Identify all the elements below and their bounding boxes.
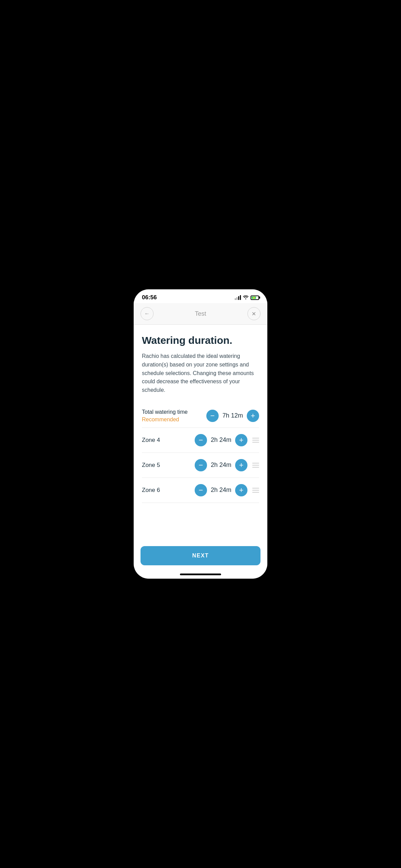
total-minus-button[interactable]: − (206, 410, 219, 422)
next-btn-container: NEXT (134, 541, 267, 574)
next-button[interactable]: NEXT (141, 546, 260, 565)
zone-6-minus-button[interactable]: − (195, 484, 207, 496)
minus-icon: − (199, 436, 203, 444)
zone-4-plus-button[interactable]: + (235, 434, 247, 446)
plus-icon: + (239, 486, 244, 494)
drag-line (252, 463, 259, 463)
drag-line (252, 440, 259, 441)
recommended-badge: Recommended (142, 417, 187, 423)
battery-icon: ⚡ (251, 296, 259, 300)
drag-line (252, 467, 259, 468)
zone-4-minus-button[interactable]: − (195, 434, 207, 446)
total-watering-row: Total watering time Recommended − 7h 12m… (142, 404, 259, 428)
status-icons: ⚡ (235, 295, 259, 300)
zone-5-label: Zone 5 (142, 462, 160, 469)
plus-icon: + (251, 412, 255, 420)
zone-6-label: Zone 6 (142, 487, 160, 494)
zone-6-drag-handle[interactable] (252, 488, 259, 493)
back-button[interactable]: ← (141, 307, 154, 320)
minus-icon: − (210, 412, 215, 420)
content-area: Watering duration. Rachio has calculated… (134, 325, 267, 541)
minus-icon: − (199, 486, 203, 494)
zone-row-6: Zone 6 − 2h 24m + (142, 478, 259, 503)
zone-5-drag-handle[interactable] (252, 463, 259, 468)
signal-icon (235, 295, 241, 300)
total-duration: 7h 12m (222, 412, 243, 419)
total-plus-button[interactable]: + (247, 410, 259, 422)
zone-4-drag-handle[interactable] (252, 438, 259, 443)
zone-4-duration: 2h 24m (210, 436, 232, 444)
nav-title: Test (195, 310, 206, 317)
total-watering-label: Total watering time (142, 409, 187, 415)
drag-line (252, 438, 259, 438)
home-bar (180, 574, 221, 575)
drag-line (252, 465, 259, 466)
minus-icon: − (199, 461, 203, 469)
status-bar: 06:56 ⚡ (134, 289, 267, 303)
drag-line (252, 442, 259, 443)
zone-6-controls: − 2h 24m + (195, 484, 259, 496)
zone-row-5: Zone 5 − 2h 24m + (142, 453, 259, 478)
plus-icon: + (239, 461, 244, 469)
nav-header: ← Test ✕ (134, 303, 267, 325)
drag-line (252, 490, 259, 491)
drag-line (252, 488, 259, 489)
status-time: 06:56 (142, 294, 157, 301)
page-title: Watering duration. (142, 334, 259, 347)
zone-row-4: Zone 4 − 2h 24m + (142, 428, 259, 453)
zone-5-minus-button[interactable]: − (195, 459, 207, 471)
zone-4-label: Zone 4 (142, 437, 160, 444)
close-icon: ✕ (252, 311, 256, 317)
zone-5-controls: − 2h 24m + (195, 459, 259, 471)
total-controls: − 7h 12m + (206, 410, 259, 422)
plus-icon: + (239, 436, 244, 444)
zone-5-plus-button[interactable]: + (235, 459, 247, 471)
zone-6-duration: 2h 24m (210, 486, 232, 494)
close-button[interactable]: ✕ (247, 307, 260, 320)
drag-line (252, 492, 259, 493)
zone-6-plus-button[interactable]: + (235, 484, 247, 496)
zone-4-controls: − 2h 24m + (195, 434, 259, 446)
wifi-icon (243, 295, 248, 300)
zone-5-duration: 2h 24m (210, 461, 232, 469)
total-label-group: Total watering time Recommended (142, 409, 187, 423)
home-indicator (134, 574, 267, 579)
back-icon: ← (144, 311, 150, 317)
page-description: Rachio has calculated the ideal watering… (142, 352, 259, 395)
